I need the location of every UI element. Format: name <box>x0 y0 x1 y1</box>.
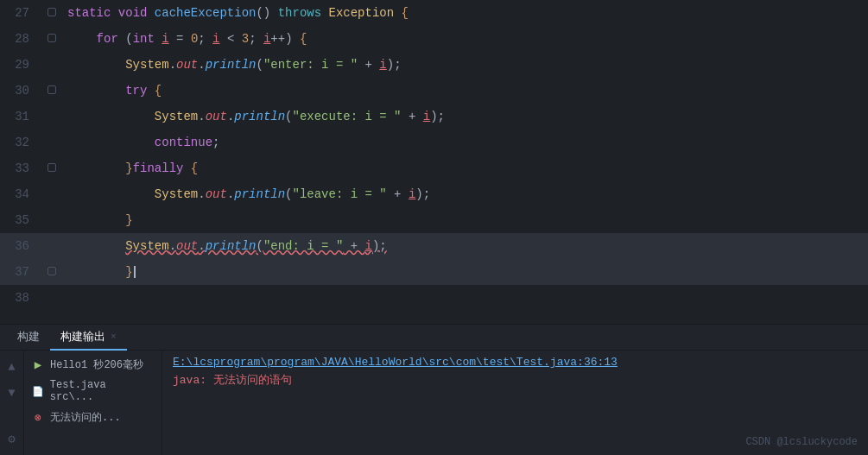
gutter-33 <box>43 155 60 181</box>
error-details: E:\lcsprogram\program\JAVA\HelloWorld\sr… <box>162 351 868 455</box>
code-31: System.out.println("execute: i = " + i); <box>60 104 868 130</box>
tab-build-output-label: 构建输出 <box>60 329 105 344</box>
gutter-27 <box>43 0 60 26</box>
panel-wrapper: ▲ ▼ ⚙ ▶ Hello1 秒206毫秒 📄 <box>0 351 868 455</box>
tab-build-label: 构建 <box>17 329 40 344</box>
code-28: for (int i = 0; i < 3; i++) { <box>60 26 868 52</box>
build-item-hello[interactable]: ▶ Hello1 秒206毫秒 <box>24 354 162 376</box>
code-line-35: 35 } <box>0 207 868 233</box>
gutter-31 <box>43 104 60 130</box>
code-line-38: 38 <box>0 285 868 311</box>
line-number: 35 <box>0 207 43 233</box>
code-27: static void cacheException() throws Exce… <box>60 0 868 26</box>
build-item-testjava-label: Test.java src\... <box>50 379 155 403</box>
build-item-error-label: 无法访问的... <box>50 410 121 425</box>
gutter-32 <box>43 130 60 155</box>
gutter-28 <box>43 26 60 52</box>
code-line-36: 36 System.out.println("end: i = " + i); <box>0 233 868 259</box>
arrow-up-button[interactable]: ▲ <box>3 357 22 376</box>
line-number: 28 <box>0 26 43 52</box>
code-line-33: 33 }finally { <box>0 155 868 181</box>
panel-main-content: ▶ Hello1 秒206毫秒 📄 Test.java src\... ⊗ <box>24 351 868 455</box>
code-line-29: 29 System.out.println("enter: i = " + i)… <box>0 52 868 78</box>
code-37: } <box>60 259 868 285</box>
code-33: }finally { <box>60 155 868 181</box>
code-line-28: 28 for (int i = 0; i < 3; i++) { <box>0 26 868 52</box>
gutter-37 <box>43 259 60 285</box>
bottom-panel: 构建 构建输出 × ▲ ▼ ⚙ ▶ Hello1 秒206毫秒 <box>0 324 868 455</box>
code-line-27: 27 static void cacheException() throws E… <box>0 0 868 26</box>
gutter-30 <box>43 78 60 104</box>
tab-build-output[interactable]: 构建输出 × <box>50 325 127 351</box>
code-line-37: 37 } <box>0 259 868 285</box>
code-29: System.out.println("enter: i = " + i); <box>60 52 868 78</box>
gutter-38 <box>43 285 60 311</box>
code-35: } <box>60 207 868 233</box>
line-number: 30 <box>0 78 43 104</box>
code-32: continue; <box>60 130 868 155</box>
code-editor: 27 static void cacheException() throws E… <box>0 0 868 324</box>
gutter-29 <box>43 52 60 78</box>
line-number: 33 <box>0 155 43 181</box>
code-line-31: 31 System.out.println("execute: i = " + … <box>0 104 868 130</box>
panel-body: ▶ Hello1 秒206毫秒 📄 Test.java src\... ⊗ <box>24 351 868 455</box>
settings-icon[interactable]: ⚙ <box>3 429 22 448</box>
line-number: 38 <box>0 285 43 311</box>
green-arrow-icon: ▶ <box>31 358 45 372</box>
code-38 <box>60 285 868 311</box>
line-number: 34 <box>0 181 43 207</box>
gutter-34 <box>43 181 60 207</box>
arrow-down-button[interactable]: ▼ <box>3 383 22 402</box>
code-30: try { <box>60 78 868 104</box>
line-number: 29 <box>0 52 43 78</box>
build-list: ▶ Hello1 秒206毫秒 📄 Test.java src\... ⊗ <box>24 351 162 455</box>
code-36: System.out.println("end: i = " + i); <box>60 233 868 259</box>
code-line-32: 32 continue; <box>0 130 868 155</box>
build-item-error[interactable]: ⊗ 无法访问的... <box>24 407 162 428</box>
file-icon: 📄 <box>31 384 45 398</box>
csdn-watermark: CSDN @lcsluckycode <box>745 436 858 448</box>
code-line-30: 30 try { <box>0 78 868 104</box>
error-path-link[interactable]: E:\lcsprogram\program\JAVA\HelloWorld\sr… <box>173 356 858 369</box>
build-item-testjava[interactable]: 📄 Test.java src\... <box>24 376 162 407</box>
build-item-hello-label: Hello1 秒206毫秒 <box>50 357 143 372</box>
tab-build[interactable]: 构建 <box>7 325 50 351</box>
gutter-35 <box>43 207 60 233</box>
tab-bar: 构建 构建输出 × <box>0 325 868 351</box>
error-circle-icon: ⊗ <box>31 411 45 425</box>
line-number: 27 <box>0 0 43 26</box>
tool-sidebar: ▲ ▼ ⚙ <box>0 351 24 455</box>
tab-close-icon[interactable]: × <box>111 332 117 342</box>
code-line-34: 34 System.out.println("leave: i = " + i)… <box>0 181 868 207</box>
line-number: 37 <box>0 259 43 285</box>
line-number: 32 <box>0 130 43 155</box>
line-number: 36 <box>0 233 43 259</box>
error-message: java: 无法访问的语句 <box>173 372 858 388</box>
line-number: 31 <box>0 104 43 130</box>
gutter-36 <box>43 233 60 259</box>
code-34: System.out.println("leave: i = " + i); <box>60 181 868 207</box>
